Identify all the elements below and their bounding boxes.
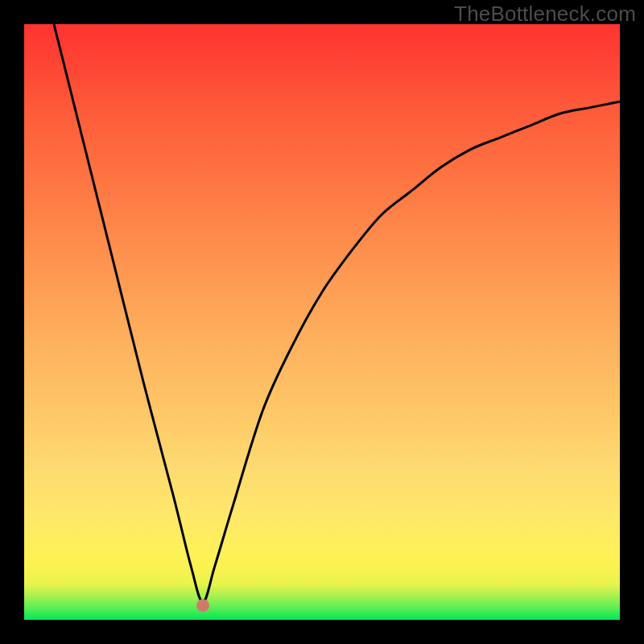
- optimal-point-marker: [196, 599, 209, 612]
- bottleneck-curve: [54, 24, 620, 602]
- plot-svg: [24, 24, 620, 620]
- watermark-text: TheBottleneck.com: [454, 2, 636, 27]
- plot-frame: [24, 24, 620, 620]
